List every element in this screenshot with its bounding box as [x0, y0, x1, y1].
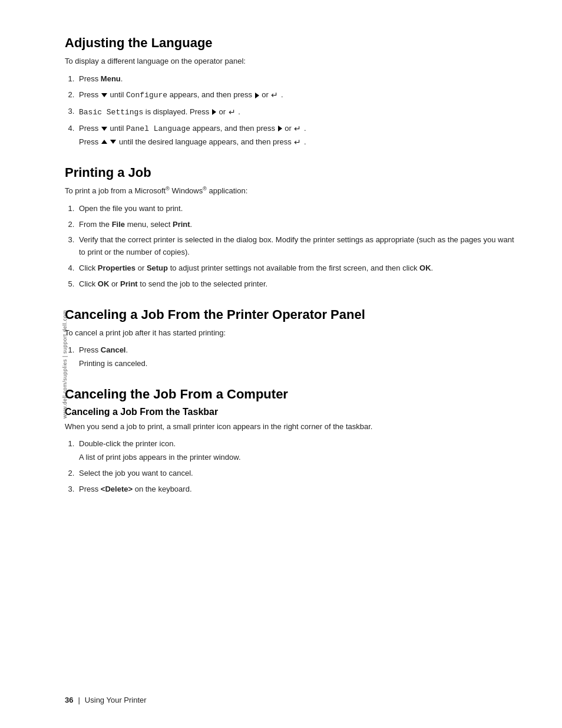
footer: 36 | Using Your Printer — [65, 696, 515, 704]
footer-page-number: 36 — [65, 696, 73, 704]
arrow-right-icon-3 — [278, 126, 282, 131]
superscript-windows: ® — [203, 186, 207, 192]
menu-bold: Menu — [101, 74, 121, 83]
enter-icon-4 — [294, 136, 301, 149]
step-printing-3: Verify that the correct printer is selec… — [77, 234, 515, 259]
properties-bold: Properties — [98, 263, 135, 272]
print-bold-2: Print — [120, 279, 138, 288]
configure-code: Configure — [126, 91, 167, 100]
steps-canceling-taskbar: Double-click the printer icon. A list of… — [77, 438, 515, 495]
superscript-microsoft: ® — [166, 186, 170, 192]
section-canceling-operator: Canceling a Job From the Printer Operato… — [65, 307, 515, 370]
step-adjusting-1: Press Menu. — [77, 73, 515, 85]
enter-icon — [271, 88, 278, 101]
print-bold: Print — [173, 220, 190, 229]
footer-divider: | — [78, 696, 80, 704]
enter-icon-2 — [229, 106, 236, 118]
basic-settings-code: Basic Settings — [79, 107, 143, 116]
panel-language-code: Panel Language — [126, 124, 190, 133]
step-adjusting-4: Press until Panel Language appears, and … — [77, 122, 515, 149]
subsection-intro-canceling-taskbar: When you send a job to print, a small pr… — [65, 421, 515, 433]
step-printing-2: From the File menu, select Print. — [77, 219, 515, 231]
printer-window-text: A list of print jobs appears in the prin… — [79, 452, 515, 464]
step-adjusting-3: Basic Settings is displayed. Press or . — [77, 106, 515, 118]
section-title-adjusting-language: Adjusting the Language — [65, 35, 515, 51]
cancel-bold: Cancel — [101, 345, 126, 354]
footer-text: Using Your Printer — [85, 696, 147, 704]
steps-printing-job: Open the file you want to print. From th… — [77, 203, 515, 291]
step-taskbar-2: Select the job you want to cancel. — [77, 467, 515, 480]
step-printing-5: Click OK or Print to send the job to the… — [77, 278, 515, 291]
arrow-right-icon — [255, 93, 259, 98]
section-intro-canceling-operator: To cancel a print job after it has start… — [65, 327, 515, 339]
section-title-canceling-computer: Canceling the Job From a Computer — [65, 387, 515, 402]
section-canceling-computer: Canceling the Job From a Computer Cancel… — [65, 387, 515, 496]
step-taskbar-3: Press <Delete> on the keyboard. — [77, 483, 515, 496]
arrow-down-icon-3 — [110, 140, 116, 144]
delete-bold: <Delete> — [101, 485, 133, 493]
enter-icon-3 — [294, 122, 301, 135]
section-intro-adjusting-language: To display a different language on the o… — [65, 55, 515, 67]
page-container: www.dell.com/supplies | support.dell.com… — [0, 0, 562, 728]
arrow-down-icon-2 — [101, 127, 107, 131]
ok-bold-2: OK — [98, 279, 110, 288]
arrow-right-icon-2 — [212, 109, 216, 115]
section-title-canceling-operator: Canceling a Job From the Printer Operato… — [65, 307, 515, 322]
steps-adjusting-language: Press Menu. Press until Configure appear… — [77, 73, 515, 149]
subsection-title-canceling-taskbar: Canceling a Job From the Taskbar — [65, 407, 515, 417]
subsection-canceling-taskbar: Canceling a Job From the Taskbar When yo… — [65, 407, 515, 496]
ok-bold-1: OK — [419, 263, 431, 272]
printing-canceled-text: Printing is canceled. — [79, 358, 515, 370]
arrow-up-icon — [101, 140, 107, 144]
section-printing-job: Printing a Job To print a job from a Mic… — [65, 165, 515, 291]
step-adjusting-2: Press until Configure appears, and then … — [77, 88, 515, 101]
file-bold: File — [112, 220, 125, 229]
arrow-down-icon — [101, 93, 107, 97]
step-printing-4: Click Properties or Setup to adjust prin… — [77, 262, 515, 275]
section-adjusting-language: Adjusting the Language To display a diff… — [65, 35, 515, 149]
step-printing-1: Open the file you want to print. — [77, 203, 515, 215]
step-taskbar-1: Double-click the printer icon. A list of… — [77, 438, 515, 464]
step-canceling-op-1: Press Cancel. Printing is canceled. — [77, 344, 515, 370]
sidebar-rotated-text: www.dell.com/supplies | support.dell.com — [62, 310, 68, 419]
steps-canceling-operator: Press Cancel. Printing is canceled. — [77, 344, 515, 370]
section-intro-printing-job: To print a job from a Microsoft® Windows… — [65, 185, 515, 197]
setup-bold: Setup — [147, 263, 168, 272]
section-title-printing-job: Printing a Job — [65, 165, 515, 180]
